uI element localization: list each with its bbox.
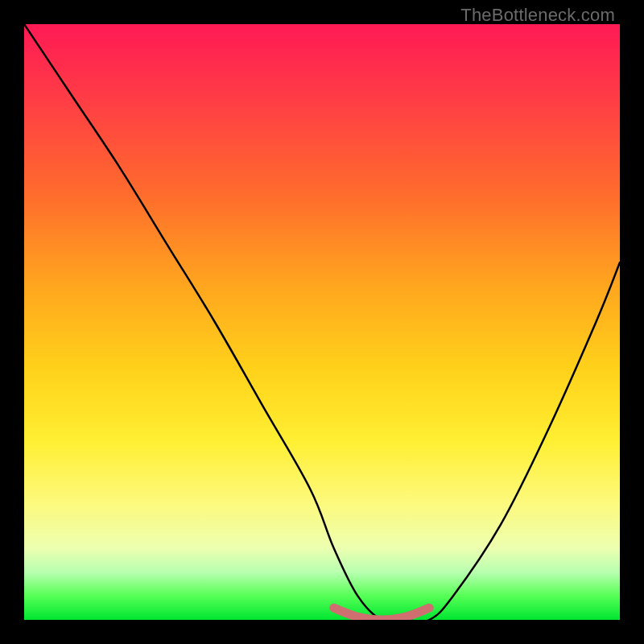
bottleneck-curve	[24, 24, 620, 620]
marker-band	[334, 608, 429, 620]
bottleneck-plot	[24, 24, 620, 620]
curve-layer	[24, 24, 620, 620]
watermark-text: TheBottleneck.com	[460, 5, 615, 26]
chart-stage: TheBottleneck.com	[0, 0, 644, 644]
